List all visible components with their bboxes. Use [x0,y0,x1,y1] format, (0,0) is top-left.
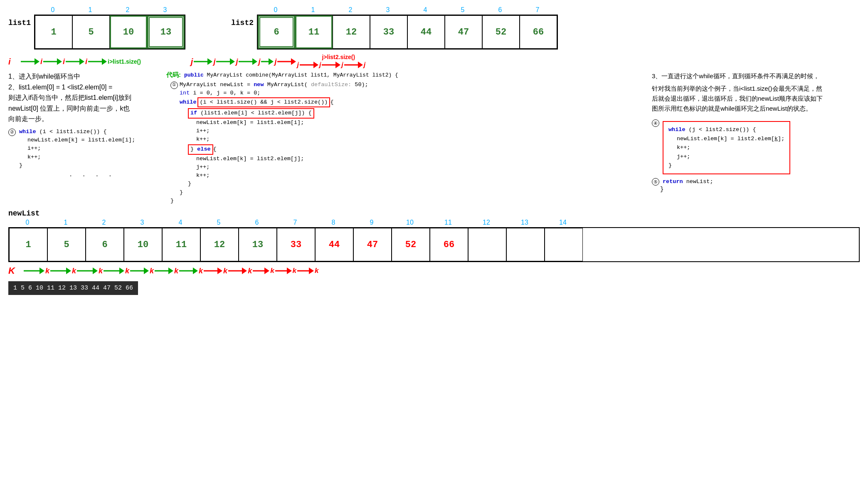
i-arrow-3 [66,57,84,66]
code-else-close: } [188,180,648,188]
code-else-body2: j++; [196,163,648,171]
left-code-line3: i++; [19,144,135,153]
else-open: { [213,145,217,154]
explanation-line2: 2、list1.elem[0] = 1 <list2.elem[0] = [8,82,162,93]
newlist-cell-1: 5 [47,228,86,261]
circle-5: ⑤ [652,178,659,186]
newlist-index-7: 7 [276,219,314,226]
list1-cell-0: 1 [35,15,72,49]
k-arrow-r1 [204,266,222,275]
list2-cell-7: 66 [520,15,557,49]
j-val-3: j [258,57,260,66]
list1-cells: 1 5 10 13 [34,15,185,50]
code-else-body3: k++; [196,171,648,180]
list1-cell-2: 10 [110,15,147,49]
k-arrow-g4 [104,266,124,275]
circle-2: ② [8,129,16,136]
main-code-block: ① MyArrayList newList = new MyArrayList(… [170,81,648,206]
list2-index-7: 7 [519,6,556,14]
explanation-line5: 向前走一步。 [8,114,162,124]
k-val-2: k [72,267,76,275]
newlist-index-13: 13 [506,219,544,226]
code-int-line: int i = 0, j = 0, k = 0; [180,89,648,97]
j-val-5: j [297,61,298,69]
k-val-3: k [99,267,103,275]
list2-cell-6: 52 [482,15,520,49]
code-line-newlist: ① MyArrayList newList = new MyArrayList(… [170,81,648,89]
k-val-8: k [223,267,227,275]
circle-4: ④ [652,119,659,127]
newlist-index-14: 14 [544,219,582,226]
right-code-line1: while (j < list2.size()) { [668,125,784,134]
right-explanation: 3、一直进行这个while循环，直到循环条件不再满足的时候， 针对我当前列举的这… [652,71,860,114]
list2-label: list2 [231,19,254,27]
list2-cell-2: 12 [333,15,370,49]
newlist-cell-4: 11 [162,228,200,261]
page-container: list1 0 1 2 3 1 5 10 13 [0,0,868,488]
newlist-cell-0: 1 [9,228,47,261]
newlist-index-0: 0 [8,219,47,226]
newlist-index-3: 3 [123,219,161,226]
j-val-8: j [364,61,365,69]
while-open-brace: { [330,98,333,107]
right-exp-line1: 3、一直进行这个while循环，直到循环条件不再满足的时候， [652,71,860,81]
newlist-cell-14 [545,228,583,261]
k-val-6: k [174,267,178,275]
right-exp-line4: 图所示用红色标识的就是while循环完之后newList的状态。 [652,104,860,114]
return-section: ⑤ return newList; [652,178,860,186]
list1-cell-1: 5 [72,15,110,49]
list2-index-4: 4 [407,6,444,14]
dots: · · · · [21,172,162,180]
list1-container: 0 1 2 3 1 5 10 13 [34,6,185,50]
list2-cell-0: 6 [258,15,295,49]
j-arrow-red-2 [300,60,318,69]
newlist-cell-5: 12 [200,228,239,261]
k-label-start: K [8,265,23,276]
right-code-line2: newList.elem[k] = list2.elem[k]; [668,134,784,144]
left-code-line5: } [19,161,135,170]
newlist-index-5: 5 [200,219,238,226]
newlist-cell-6: 13 [239,228,277,261]
i-arrow-row: i i i i i>list1.size() j j j j j j>l [8,54,860,69]
k-val-5: k [150,267,154,275]
terminal-text: 1 5 6 10 11 12 13 33 44 47 52 66 [13,285,133,292]
else-box: } else [188,144,213,154]
i-arrow-1 [21,57,39,66]
k-val-10: k [270,267,274,275]
code-if-body1: newList.elem[k] = list1.elem[i]; [196,119,648,127]
k-arrow-g2 [50,266,71,275]
left-code-wrapper: ② while (i < list1.size()) { newList.ele… [8,128,162,170]
k-val-12: k [315,267,318,275]
right-code-line3: k++; [668,143,784,152]
list2-container: 0 1 2 3 4 5 6 7 6 11 12 33 44 [257,6,558,50]
k-arrow-r5 [297,266,314,275]
left-explanation: 1、进入到while循环当中 2、list1.elem[0] = 1 <list… [8,71,162,124]
i-val-2: i [63,57,65,66]
list2-cell-1: 11 [295,15,333,49]
list2-cell-5: 47 [445,15,482,49]
left-code: while (i < list1.size()) { newList.elem[… [19,128,135,170]
return-line: return newList; [663,178,713,186]
top-arrays-section: list1 0 1 2 3 1 5 10 13 [8,6,860,52]
list1-cell-3: 13 [147,15,185,49]
newlist-label: newList [8,209,860,218]
newlist-index-9: 9 [353,219,391,226]
code-signature: public MyArrayList combine(MyArrayList l… [184,71,398,79]
list2-indices: 0 1 2 3 4 5 6 7 [257,6,558,14]
k-val-1: k [45,267,49,275]
j-val-1: j [213,57,215,66]
close-brace-right: } [660,186,860,193]
list1-indices: 0 1 2 3 [34,6,185,14]
list2-cells: 6 11 12 33 44 47 52 66 [257,15,558,50]
list2-index-5: 5 [444,6,481,14]
j-arrow-4 [261,57,274,66]
newlist-section: newList 0 1 2 3 4 5 6 7 8 9 10 11 12 13 … [8,209,860,262]
k-arrow-row: K k k k k k k k k k k k k [8,265,860,276]
right-exp-line2: 针对我当前列举的这个例子，当i<list1.size()会最先不满足，然 [652,84,860,94]
k-arrow-r3 [253,266,269,275]
code-close-brace: } [170,197,648,205]
j-arrow-red-4 [344,60,363,69]
left-code-line2: newList.elem[k] = list1.elem[i]; [19,136,135,144]
list2-index-1: 1 [294,6,332,14]
left-panel: 1、进入到while循环当中 2、list1.elem[0] = 1 <list… [8,71,162,205]
